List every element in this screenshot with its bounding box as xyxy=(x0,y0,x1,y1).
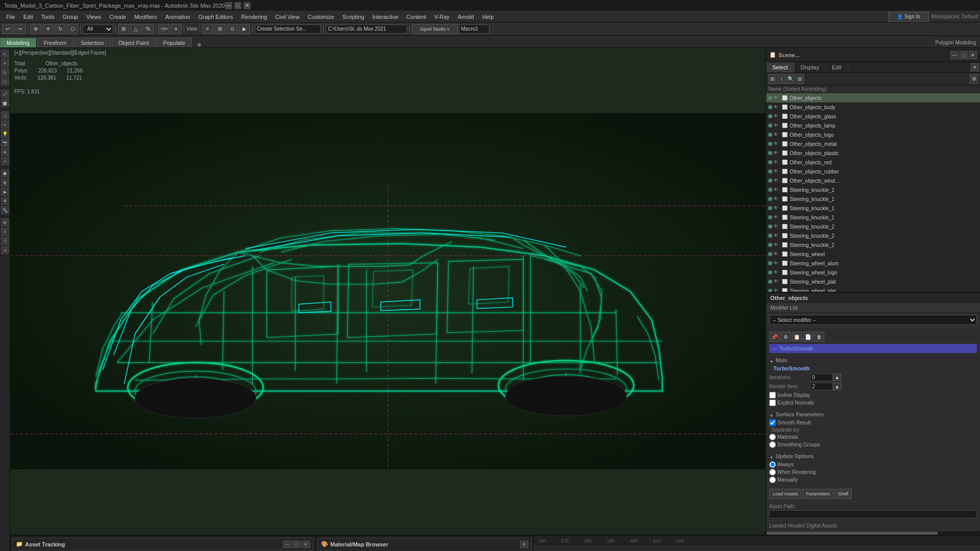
snaps-button[interactable]: ⊞ xyxy=(118,24,129,34)
iterations-up-btn[interactable]: ▲ xyxy=(833,373,841,381)
scene-item[interactable]: 👁 ⬜ Other_objects_body xyxy=(766,103,980,112)
workspace-button[interactable]: Squid Studio v xyxy=(412,24,458,34)
menu-group[interactable]: Group xyxy=(58,13,82,21)
scene-search-btn[interactable]: 🔍 xyxy=(787,74,795,84)
se-close-btn[interactable]: ✕ xyxy=(969,51,977,59)
menu-vray[interactable]: V-Ray xyxy=(430,13,454,21)
scene-item[interactable]: 👁 ⬜ Steering_wheel_plat xyxy=(766,286,980,292)
lt-hierarchy-btn[interactable]: ⊠ xyxy=(1,179,9,187)
menu-graph-editors[interactable]: Graph Editors xyxy=(194,13,237,21)
menu-animation[interactable]: Animation xyxy=(161,13,194,21)
scene-item[interactable]: 👁 ⬜ Steering_wheel xyxy=(766,249,980,259)
manually-radio[interactable] xyxy=(769,477,776,483)
scene-tab-select[interactable]: Select xyxy=(766,62,795,72)
lt-spline-btn[interactable]: ∿ xyxy=(1,120,9,129)
tab-selection[interactable]: Selection xyxy=(74,38,110,47)
scene-item[interactable]: 👁 ⬜ Steering_knuckle_1 xyxy=(766,194,980,204)
scene-item[interactable]: 👁 ⬜ Steering_wheel_logo xyxy=(766,268,980,277)
render-iters-up-btn[interactable]: ▲ xyxy=(833,383,841,390)
scene-sort-btn[interactable]: ↕ xyxy=(777,74,786,84)
menu-content[interactable]: Content xyxy=(402,13,430,21)
smoothing-groups-radio[interactable] xyxy=(769,441,776,448)
lt-geometry-btn[interactable]: △ xyxy=(1,111,9,119)
scene-item[interactable]: 👁 ⬜ Other_objects_metal xyxy=(766,139,980,148)
lt-utilities-btn[interactable]: 🔧 xyxy=(1,206,9,214)
menu-edit[interactable]: Edit xyxy=(19,13,37,21)
timeline-content[interactable] xyxy=(534,546,980,551)
lt-rotate-btn[interactable]: ↻ xyxy=(1,68,9,77)
scene-item-other-objects[interactable]: 👁 ⬜ Other_objects xyxy=(766,93,980,103)
scene-expand-btn[interactable]: ⊞ xyxy=(796,74,804,84)
asset-close-btn[interactable]: ✕ xyxy=(302,541,310,548)
filepath-input[interactable] xyxy=(326,24,407,34)
menu-scripting[interactable]: Scripting xyxy=(338,13,369,21)
undo-button[interactable]: ↩ xyxy=(2,24,13,34)
quick-render-button[interactable]: ▶ xyxy=(239,24,250,34)
mod-pin-btn[interactable]: 📌 xyxy=(769,332,779,342)
lt-extra2-btn[interactable]: ≡ xyxy=(1,228,9,236)
scene-item[interactable]: 👁 ⬜ Other_objects_wind... xyxy=(766,176,980,185)
move-button[interactable]: ✛ xyxy=(42,24,54,34)
maximize-button[interactable]: □ xyxy=(234,2,241,9)
lt-filter-btn[interactable]: ⊿ xyxy=(1,246,9,254)
mod-paste-btn[interactable]: 📄 xyxy=(803,332,813,342)
close-button[interactable]: ✕ xyxy=(243,2,251,9)
menu-tools[interactable]: Tools xyxy=(37,13,59,21)
lt-select-btn[interactable]: ↖ xyxy=(1,50,9,58)
smooth-result-check[interactable] xyxy=(769,419,776,426)
lt-display-btn[interactable]: 👁 xyxy=(1,197,9,205)
menu-help[interactable]: Help xyxy=(478,13,498,21)
modifier-list-dropdown[interactable]: -- Select modifier -- xyxy=(769,315,977,325)
scene-item[interactable]: 👁 ⬜ Steering_wheel_plat xyxy=(766,277,980,286)
menu-customize[interactable]: Customize xyxy=(304,13,338,21)
scene-filter-btn[interactable]: ⊞ xyxy=(768,74,776,84)
scene-tab-display[interactable]: Display xyxy=(795,62,826,72)
select-button[interactable]: ⊕ xyxy=(30,24,41,34)
menu-views[interactable]: Views xyxy=(82,13,105,21)
scene-item[interactable]: 👁 ⬜ Other_objects_lamp xyxy=(766,121,980,130)
mirror-button[interactable]: ⊣⊢ xyxy=(158,24,169,34)
mod-configure-btn[interactable]: ⚙ xyxy=(780,332,791,342)
tab-modeling[interactable]: Modeling xyxy=(0,38,36,47)
lt-space-warp-btn[interactable]: ∞ xyxy=(1,157,9,165)
menu-arnold[interactable]: Arnold xyxy=(454,13,478,21)
reference-coord-select[interactable]: All View xyxy=(83,24,113,34)
lt-motion-btn[interactable]: ▶ xyxy=(1,188,9,196)
rotate-button[interactable]: ↻ xyxy=(55,24,66,34)
menu-file[interactable]: File xyxy=(2,13,19,21)
signin-button[interactable]: 👤 Sign In xyxy=(888,12,929,22)
scene-item[interactable]: 👁 ⬜ Steering_knuckle_2 xyxy=(766,231,980,240)
lt-extra3-btn[interactable]: ▽ xyxy=(1,237,9,245)
always-radio[interactable] xyxy=(769,461,776,468)
parameters-btn[interactable]: Parameters xyxy=(802,489,834,499)
scene-options-btn[interactable]: ⚙ xyxy=(970,74,978,84)
lt-scale-btn[interactable]: ⬡ xyxy=(1,78,9,86)
scene-item[interactable]: 👁 ⬜ Other_objects_glass xyxy=(766,112,980,121)
tab-object-paint[interactable]: Object Paint xyxy=(112,38,156,47)
iterations-input[interactable] xyxy=(810,373,833,381)
scene-item[interactable]: 👁 ⬜ Other_objects_red xyxy=(766,158,980,167)
redo-button[interactable]: ↪ xyxy=(14,24,26,34)
isoline-display-check[interactable] xyxy=(769,392,776,398)
tab-freeform[interactable]: Freeform xyxy=(37,38,74,47)
create-selection-input[interactable] xyxy=(255,24,321,34)
scene-item[interactable]: 👁 ⬜ Steering_knuckle_2 xyxy=(766,240,980,249)
align-button[interactable]: ≡ xyxy=(170,24,182,34)
menu-create[interactable]: Create xyxy=(105,13,130,21)
scene-item[interactable]: 👁 ⬜ Steering_knuckle_1 xyxy=(766,204,980,213)
materials-radio[interactable] xyxy=(769,434,776,440)
se-close-tab-btn[interactable]: ✕ xyxy=(971,63,979,71)
lt-extra1-btn[interactable]: ⊞ xyxy=(1,218,9,227)
lt-move-btn[interactable]: ✛ xyxy=(1,59,9,67)
layer-button[interactable]: ≡ xyxy=(202,24,213,34)
modifier-item-turbosmooth[interactable]: ▶ TurboSmooth xyxy=(769,344,977,353)
se-maximize-btn[interactable]: □ xyxy=(960,51,968,59)
scene-item[interactable]: 👁 ⬜ Other_objects_logo xyxy=(766,130,980,139)
tab-populate[interactable]: Populate xyxy=(156,38,191,47)
mod-delete-btn[interactable]: 🗑 xyxy=(814,332,824,342)
scene-item[interactable]: 👁 ⬜ Other_objects_plastic xyxy=(766,148,980,158)
angle-snap-button[interactable]: △ xyxy=(130,24,141,34)
asset-maximize-btn[interactable]: □ xyxy=(292,541,301,548)
minimize-button[interactable]: — xyxy=(225,2,232,9)
load-assets-btn[interactable]: Load Assets xyxy=(769,489,801,499)
